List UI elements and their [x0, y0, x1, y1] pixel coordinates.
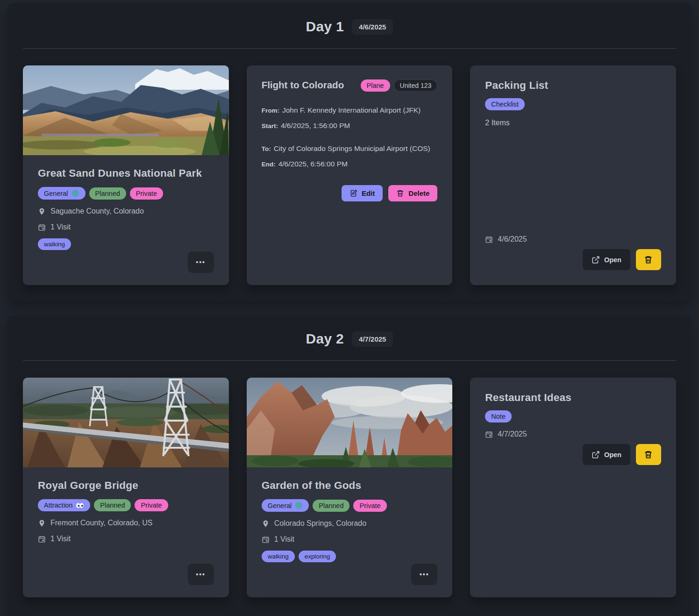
location-text: Colorado Springs, Colorado	[274, 519, 366, 528]
day-date-badge: 4/6/2025	[352, 19, 393, 35]
delete-button[interactable]: Delete	[388, 185, 437, 201]
status-badge: Planned	[89, 187, 126, 200]
end-value: 4/6/2025, 6:56:00 PM	[278, 160, 348, 168]
place-badges: General Planned Private	[262, 499, 438, 512]
location-row: Colorado Springs, Colorado	[262, 519, 438, 528]
location-text: Saguache County, Colorado	[50, 207, 144, 215]
place-card-body: Great Sand Dunes National Park General P…	[23, 155, 229, 285]
more-options-button[interactable]: •••	[188, 564, 214, 585]
day-1-cards-row: Great Sand Dunes National Park General P…	[7, 49, 692, 285]
visits-row: 1 Visit	[38, 223, 214, 231]
note-card-restaurant-ideas: Restaurant Ideas Note 4/7/2025 Open	[470, 378, 676, 597]
privacy-badge: Private	[130, 187, 163, 200]
globe-icon	[295, 501, 303, 509]
day-2-header: Day 2 4/7/2025	[7, 315, 692, 348]
transport-card-flight: Flight to Colorado Plane United 123 From…	[247, 65, 453, 285]
eyes-icon	[76, 502, 84, 509]
to-label: To:	[262, 145, 271, 152]
place-card-great-sand-dunes: Great Sand Dunes National Park General P…	[23, 65, 229, 285]
day-date-badge: 4/7/2025	[352, 331, 393, 347]
place-card-body: Royal Gorge Bridge Attraction Planned Pr…	[23, 467, 229, 597]
trash-icon	[644, 255, 653, 264]
place-card-royal-gorge-bridge: Royal Gorge Bridge Attraction Planned Pr…	[23, 378, 229, 597]
location-row: Saguache County, Colorado	[38, 207, 214, 215]
place-title: Great Sand Dunes National Park	[38, 167, 214, 179]
delete-note-button[interactable]	[636, 444, 661, 465]
checklist-card-packing-list: Packing List Checklist 2 Items 4/6/2025 …	[470, 65, 676, 285]
place-card-body: Garden of the Gods General Planned Priva…	[247, 467, 453, 597]
note-date-row: 4/7/2025	[485, 430, 661, 438]
visits-row: 1 Visit	[262, 535, 438, 544]
visits-row: 1 Visit	[38, 535, 214, 543]
checklist-date-row: 4/6/2025	[485, 235, 661, 244]
map-pin-icon	[38, 208, 46, 215]
place-title: Royal Gorge Bridge	[38, 480, 214, 492]
calendar-icon	[38, 223, 46, 231]
checklist-date: 4/6/2025	[498, 235, 527, 244]
items-count: 2 Items	[485, 119, 661, 127]
start-row: Start:4/6/2025, 1:56:00 PM	[262, 121, 438, 131]
globe-icon	[71, 189, 79, 197]
calendar-icon	[485, 430, 493, 438]
activity-tags: walking exploring	[262, 551, 438, 562]
activity-tags: walking	[38, 238, 214, 250]
checklist-title: Packing List	[485, 79, 661, 92]
calendar-icon	[38, 535, 46, 543]
calendar-icon	[485, 236, 493, 244]
day-2-cards-row: Royal Gorge Bridge Attraction Planned Pr…	[7, 361, 692, 597]
trash-icon	[396, 189, 404, 197]
map-pin-icon	[262, 520, 270, 528]
flight-number-badge: United 123	[394, 79, 438, 92]
trash-icon	[644, 450, 653, 459]
open-button[interactable]: Open	[583, 249, 630, 270]
note-type-badge: Note	[485, 410, 512, 423]
category-badge: Attraction	[38, 499, 90, 511]
day-2-section: Day 2 4/7/2025	[7, 315, 692, 616]
activity-tag: exploring	[299, 551, 336, 562]
note-title: Restaurant Ideas	[485, 392, 661, 404]
category-badge: General	[262, 499, 309, 512]
place-badges: Attraction Planned Private	[38, 499, 214, 511]
transport-type-badge: Plane	[361, 79, 390, 92]
end-row: End:4/6/2025, 6:56:00 PM	[262, 159, 438, 169]
start-value: 4/6/2025, 1:56:00 PM	[281, 122, 350, 129]
activity-tag: walking	[38, 238, 71, 250]
more-options-button[interactable]: •••	[411, 564, 437, 585]
checklist-type-badge: Checklist	[485, 98, 525, 110]
edit-icon	[350, 189, 357, 197]
status-badge: Planned	[94, 499, 131, 511]
from-value: John F. Kennedy International Airport (J…	[282, 106, 421, 114]
visits-text: 1 Visit	[50, 223, 71, 231]
privacy-badge: Private	[353, 500, 386, 512]
status-badge: Planned	[313, 500, 350, 512]
location-row: Fremont County, Colorado, US	[38, 519, 214, 527]
visits-text: 1 Visit	[50, 535, 71, 543]
end-label: End:	[262, 161, 276, 168]
day-title: Day 2	[306, 331, 344, 347]
visits-text: 1 Visit	[274, 535, 294, 544]
day-1-header: Day 1 4/6/2025	[7, 3, 692, 36]
note-card-body: Restaurant Ideas Note 4/7/2025 Open	[470, 378, 676, 597]
activity-tag: walking	[262, 551, 295, 562]
to-value: City of Colorado Springs Municipal Airpo…	[274, 144, 430, 152]
open-button[interactable]: Open	[583, 444, 630, 465]
delete-checklist-button[interactable]	[636, 249, 661, 270]
privacy-badge: Private	[135, 499, 168, 511]
more-options-button[interactable]: •••	[188, 251, 214, 273]
from-row: From:John F. Kennedy International Airpo…	[262, 106, 438, 115]
place-card-garden-of-the-gods: Garden of the Gods General Planned Priva…	[247, 378, 453, 597]
from-label: From:	[262, 107, 279, 114]
place-badges: General Planned Private	[38, 187, 214, 200]
place-title: Garden of the Gods	[262, 480, 438, 492]
garden-of-the-gods-photo	[247, 378, 453, 467]
day-1-section: Day 1 4/6/2025	[7, 3, 692, 301]
to-row: To:City of Colorado Springs Municipal Ai…	[262, 144, 438, 154]
edit-button[interactable]: Edit	[342, 185, 383, 201]
great-sand-dunes-photo	[23, 65, 229, 155]
transport-title: Flight to Colorado	[262, 79, 344, 91]
checklist-card-body: Packing List Checklist 2 Items 4/6/2025 …	[470, 65, 676, 285]
location-text: Fremont County, Colorado, US	[50, 519, 152, 527]
external-link-icon	[592, 451, 600, 459]
external-link-icon	[592, 256, 600, 264]
category-badge: General	[38, 187, 86, 200]
